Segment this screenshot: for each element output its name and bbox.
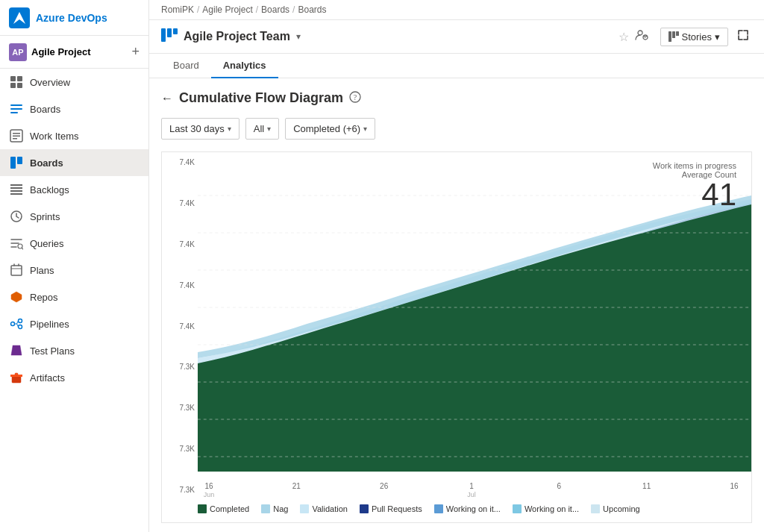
legend-upcoming-dot <box>591 504 600 513</box>
sidebar-nav: Overview Boards Work Items Boards Backlo… <box>0 69 148 391</box>
board-title: Agile Project Team <box>184 30 290 43</box>
stories-dropdown-icon: ▾ <box>715 31 720 43</box>
legend-completed: Completed <box>198 504 249 513</box>
time-filter[interactable]: Last 30 days ▾ <box>161 118 239 140</box>
legend-working-1-label: Working on it... <box>446 504 501 513</box>
analytics-content: ← Cumulative Flow Diagram ? Last 30 days… <box>149 78 764 532</box>
tabs: Board Analytics <box>149 54 764 78</box>
sidebar-item-repos[interactable]: Repos <box>0 284 148 310</box>
repos-label: Repos <box>30 292 58 303</box>
svg-text:?: ? <box>354 93 357 101</box>
sidebar-item-queries[interactable]: Queries <box>0 230 148 257</box>
sidebar-item-sprints[interactable]: Sprints <box>0 203 148 230</box>
svg-point-29 <box>638 31 642 35</box>
project-header: AP Agile Project + <box>0 36 148 69</box>
breadcrumb-boards-2[interactable]: Boards <box>298 4 326 15</box>
svg-rect-6 <box>10 108 22 110</box>
swimlane-filter-label: All <box>254 123 264 134</box>
svg-rect-28 <box>173 28 178 34</box>
artifacts-label: Artifacts <box>30 372 65 384</box>
breadcrumb-boards-1[interactable]: Boards <box>261 4 289 15</box>
pipelines-label: Pipelines <box>30 319 69 330</box>
main-content: RomiPK / Agile Project / Boards / Boards… <box>149 0 764 532</box>
svg-rect-11 <box>13 138 17 140</box>
svg-rect-33 <box>676 31 679 36</box>
test-plans-label: Test Plans <box>30 345 75 357</box>
stories-button[interactable]: Stories ▾ <box>660 28 728 46</box>
legend-completed-dot <box>198 504 207 513</box>
svg-rect-9 <box>13 133 20 134</box>
x-axis: 16Jun 21 26 1Jul 6 11 16 <box>198 479 751 498</box>
app-icon <box>9 7 30 28</box>
sidebar-item-boards-top[interactable]: Boards <box>0 96 148 122</box>
test-plans-icon <box>9 343 24 358</box>
svg-rect-27 <box>167 28 172 37</box>
svg-rect-26 <box>161 28 166 42</box>
board-title-dropdown-icon[interactable]: ▾ <box>296 31 301 42</box>
sidebar-item-backlogs[interactable]: Backlogs <box>0 176 148 203</box>
artifacts-icon <box>9 370 24 385</box>
legend-nag-dot <box>261 504 270 513</box>
svg-rect-24 <box>12 376 21 383</box>
y-axis: 7.4K 7.4K 7.4K 7.4K 7.4K 7.3K 7.3K 7.3K … <box>162 152 198 500</box>
boards-top-label: Boards <box>30 104 60 115</box>
expand-button[interactable] <box>734 26 752 47</box>
help-icon[interactable]: ? <box>349 91 361 105</box>
swimlane-filter[interactable]: All ▾ <box>245 118 279 140</box>
sidebar-item-test-plans[interactable]: Test Plans <box>0 337 148 364</box>
breadcrumb-romipk[interactable]: RomiPK <box>161 4 194 15</box>
svg-rect-5 <box>10 104 22 106</box>
work-items-icon <box>9 128 24 143</box>
svg-rect-2 <box>17 76 22 81</box>
work-items-count: 41 <box>653 179 736 210</box>
columns-filter-arrow: ▾ <box>363 125 367 133</box>
sidebar-item-pipelines[interactable]: Pipelines <box>0 310 148 337</box>
svg-point-22 <box>19 319 22 323</box>
sidebar-item-boards[interactable]: Boards <box>0 149 148 176</box>
queries-label: Queries <box>30 238 64 249</box>
columns-filter-label: Completed (+6) <box>293 123 360 134</box>
board-title-row: Agile Project Team ▾ <box>161 28 301 46</box>
columns-filter[interactable]: Completed (+6) ▾ <box>285 118 375 140</box>
svg-rect-1 <box>10 76 16 81</box>
sprints-label: Sprints <box>30 211 60 222</box>
sidebar-item-artifacts[interactable]: Artifacts <box>0 364 148 391</box>
legend-working-2: Working on it... <box>513 504 579 513</box>
sidebar-item-work-items[interactable]: Work Items <box>0 122 148 149</box>
legend-working-2-label: Working on it... <box>525 504 579 513</box>
filters: Last 30 days ▾ All ▾ Completed (+6) ▾ <box>161 118 752 140</box>
add-project-button[interactable]: + <box>131 44 140 60</box>
tab-board[interactable]: Board <box>161 54 211 78</box>
svg-rect-14 <box>10 184 22 186</box>
project-name: Agile Project <box>31 46 90 57</box>
back-button[interactable]: ← <box>161 92 173 105</box>
repos-icon <box>9 290 24 304</box>
legend-working-1-dot <box>434 504 443 513</box>
overview-icon <box>9 75 24 90</box>
sidebar-item-overview[interactable]: Overview <box>0 69 148 96</box>
breadcrumb-agile-project[interactable]: Agile Project <box>202 4 252 15</box>
work-items-label: Work Items <box>30 131 79 142</box>
legend-validation-label: Validation <box>312 504 348 513</box>
sidebar-item-plans[interactable]: Plans <box>0 257 148 284</box>
legend-pull-requests: Pull Requests <box>360 504 422 513</box>
board-actions: ☆ Stories ▾ <box>619 26 752 47</box>
team-settings-icon[interactable] <box>635 28 648 45</box>
sidebar: Azure DevOps AP Agile Project + Overview… <box>0 0 149 532</box>
backlogs-icon <box>9 182 24 197</box>
svg-rect-17 <box>10 193 22 195</box>
svg-marker-0 <box>13 12 25 24</box>
svg-point-23 <box>19 325 22 329</box>
app-title: Azure DevOps <box>36 12 107 24</box>
svg-rect-16 <box>10 190 22 192</box>
board-header: Agile Project Team ▾ ☆ Stories ▾ <box>149 20 764 54</box>
tab-analytics[interactable]: Analytics <box>211 54 278 78</box>
legend-completed-label: Completed <box>210 504 249 513</box>
legend-validation: Validation <box>300 504 348 513</box>
favorite-icon[interactable]: ☆ <box>619 30 629 44</box>
svg-point-21 <box>11 322 15 326</box>
queries-icon <box>9 236 24 251</box>
page-title: Cumulative Flow Diagram <box>179 90 343 106</box>
project-icon: AP <box>9 43 27 61</box>
legend-working-1: Working on it... <box>434 504 501 513</box>
